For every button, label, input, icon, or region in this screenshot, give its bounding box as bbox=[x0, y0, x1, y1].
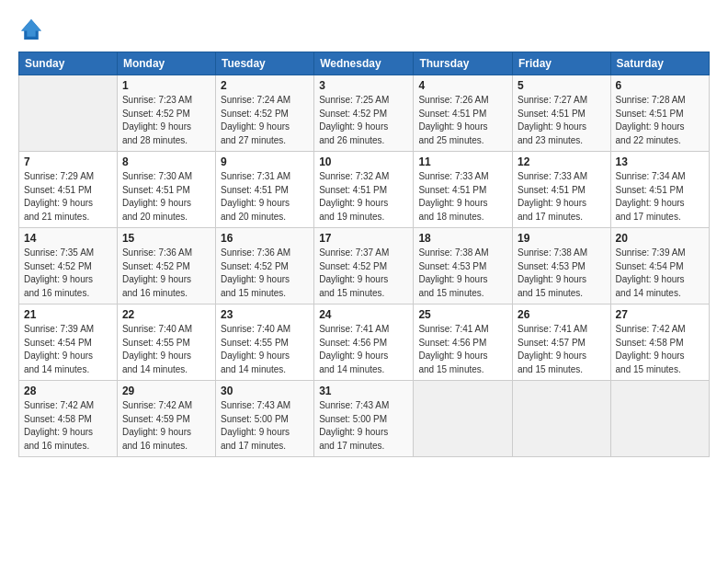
day-info: Sunrise: 7:42 AM Sunset: 4:59 PM Dayligh… bbox=[122, 399, 210, 453]
day-cell: 2Sunrise: 7:24 AM Sunset: 4:52 PM Daylig… bbox=[215, 75, 313, 152]
day-info: Sunrise: 7:30 AM Sunset: 4:51 PM Dayligh… bbox=[122, 170, 210, 224]
day-info: Sunrise: 7:37 AM Sunset: 4:52 PM Dayligh… bbox=[319, 247, 408, 300]
day-number: 28 bbox=[24, 385, 112, 397]
day-info: Sunrise: 7:41 AM Sunset: 4:56 PM Dayligh… bbox=[418, 323, 507, 376]
day-number: 29 bbox=[122, 385, 210, 397]
day-info: Sunrise: 7:35 AM Sunset: 4:52 PM Dayligh… bbox=[24, 247, 112, 300]
logo bbox=[18, 17, 48, 42]
day-info: Sunrise: 7:42 AM Sunset: 4:58 PM Dayligh… bbox=[616, 323, 704, 376]
day-info: Sunrise: 7:31 AM Sunset: 4:51 PM Dayligh… bbox=[221, 170, 309, 224]
day-cell: 31Sunrise: 7:43 AM Sunset: 5:00 PM Dayli… bbox=[314, 381, 414, 457]
day-info: Sunrise: 7:33 AM Sunset: 4:51 PM Dayligh… bbox=[518, 170, 606, 224]
day-number: 14 bbox=[24, 232, 112, 245]
calendar: SundayMondayTuesdayWednesdayThursdayFrid… bbox=[18, 52, 710, 457]
header bbox=[18, 17, 710, 42]
day-number: 9 bbox=[221, 155, 309, 168]
day-number: 26 bbox=[518, 308, 606, 321]
day-cell: 9Sunrise: 7:31 AM Sunset: 4:51 PM Daylig… bbox=[215, 152, 313, 228]
day-number: 22 bbox=[122, 308, 210, 321]
day-info: Sunrise: 7:42 AM Sunset: 4:58 PM Dayligh… bbox=[24, 399, 112, 453]
day-info: Sunrise: 7:28 AM Sunset: 4:51 PM Dayligh… bbox=[616, 94, 704, 147]
day-number: 23 bbox=[221, 308, 309, 321]
day-number: 8 bbox=[122, 155, 210, 168]
day-cell: 11Sunrise: 7:33 AM Sunset: 4:51 PM Dayli… bbox=[414, 152, 513, 228]
day-info: Sunrise: 7:39 AM Sunset: 4:54 PM Dayligh… bbox=[24, 323, 112, 376]
header-day-saturday: Saturday bbox=[610, 52, 709, 75]
header-day-thursday: Thursday bbox=[414, 52, 513, 75]
day-number: 18 bbox=[418, 232, 507, 245]
day-cell: 28Sunrise: 7:42 AM Sunset: 4:58 PM Dayli… bbox=[19, 381, 118, 457]
day-cell: 27Sunrise: 7:42 AM Sunset: 4:58 PM Dayli… bbox=[610, 304, 709, 381]
day-cell: 19Sunrise: 7:38 AM Sunset: 4:53 PM Dayli… bbox=[512, 228, 610, 304]
day-info: Sunrise: 7:24 AM Sunset: 4:52 PM Dayligh… bbox=[221, 94, 309, 147]
day-cell: 15Sunrise: 7:36 AM Sunset: 4:52 PM Dayli… bbox=[117, 228, 215, 304]
day-number: 1 bbox=[122, 79, 210, 92]
week-row-5: 28Sunrise: 7:42 AM Sunset: 4:58 PM Dayli… bbox=[19, 381, 710, 457]
day-number: 5 bbox=[518, 79, 606, 92]
day-cell: 18Sunrise: 7:38 AM Sunset: 4:53 PM Dayli… bbox=[414, 228, 513, 304]
day-number: 19 bbox=[518, 232, 606, 245]
day-number: 6 bbox=[616, 79, 704, 92]
week-row-2: 7Sunrise: 7:29 AM Sunset: 4:51 PM Daylig… bbox=[19, 152, 710, 228]
day-cell: 24Sunrise: 7:41 AM Sunset: 4:56 PM Dayli… bbox=[314, 304, 414, 381]
day-cell bbox=[512, 381, 610, 457]
day-info: Sunrise: 7:27 AM Sunset: 4:51 PM Dayligh… bbox=[518, 94, 606, 147]
header-day-tuesday: Tuesday bbox=[215, 52, 313, 75]
day-cell: 8Sunrise: 7:30 AM Sunset: 4:51 PM Daylig… bbox=[117, 152, 215, 228]
day-cell bbox=[19, 75, 118, 152]
week-row-4: 21Sunrise: 7:39 AM Sunset: 4:54 PM Dayli… bbox=[19, 304, 710, 381]
day-cell: 29Sunrise: 7:42 AM Sunset: 4:59 PM Dayli… bbox=[117, 381, 215, 457]
week-row-1: 1Sunrise: 7:23 AM Sunset: 4:52 PM Daylig… bbox=[19, 75, 710, 152]
day-cell: 22Sunrise: 7:40 AM Sunset: 4:55 PM Dayli… bbox=[117, 304, 215, 381]
day-cell: 5Sunrise: 7:27 AM Sunset: 4:51 PM Daylig… bbox=[512, 75, 610, 152]
calendar-header-row: SundayMondayTuesdayWednesdayThursdayFrid… bbox=[19, 52, 710, 75]
day-cell bbox=[414, 381, 513, 457]
day-info: Sunrise: 7:33 AM Sunset: 4:51 PM Dayligh… bbox=[418, 170, 507, 224]
day-cell: 23Sunrise: 7:40 AM Sunset: 4:55 PM Dayli… bbox=[215, 304, 313, 381]
day-info: Sunrise: 7:40 AM Sunset: 4:55 PM Dayligh… bbox=[122, 323, 210, 376]
day-info: Sunrise: 7:40 AM Sunset: 4:55 PM Dayligh… bbox=[221, 323, 309, 376]
day-cell: 1Sunrise: 7:23 AM Sunset: 4:52 PM Daylig… bbox=[117, 75, 215, 152]
day-cell: 4Sunrise: 7:26 AM Sunset: 4:51 PM Daylig… bbox=[414, 75, 513, 152]
header-day-friday: Friday bbox=[512, 52, 610, 75]
day-number: 25 bbox=[418, 308, 507, 321]
day-cell: 6Sunrise: 7:28 AM Sunset: 4:51 PM Daylig… bbox=[610, 75, 709, 152]
day-info: Sunrise: 7:25 AM Sunset: 4:52 PM Dayligh… bbox=[319, 94, 408, 147]
day-info: Sunrise: 7:34 AM Sunset: 4:51 PM Dayligh… bbox=[616, 170, 704, 224]
day-cell: 7Sunrise: 7:29 AM Sunset: 4:51 PM Daylig… bbox=[19, 152, 118, 228]
day-info: Sunrise: 7:43 AM Sunset: 5:00 PM Dayligh… bbox=[319, 399, 408, 453]
day-info: Sunrise: 7:36 AM Sunset: 4:52 PM Dayligh… bbox=[221, 247, 309, 300]
day-info: Sunrise: 7:41 AM Sunset: 4:56 PM Dayligh… bbox=[319, 323, 408, 376]
day-number: 13 bbox=[616, 155, 704, 168]
day-info: Sunrise: 7:23 AM Sunset: 4:52 PM Dayligh… bbox=[122, 94, 210, 147]
day-cell: 21Sunrise: 7:39 AM Sunset: 4:54 PM Dayli… bbox=[19, 304, 118, 381]
day-number: 20 bbox=[616, 232, 704, 245]
header-day-sunday: Sunday bbox=[19, 52, 118, 75]
day-info: Sunrise: 7:29 AM Sunset: 4:51 PM Dayligh… bbox=[24, 170, 112, 224]
day-cell: 3Sunrise: 7:25 AM Sunset: 4:52 PM Daylig… bbox=[314, 75, 414, 152]
day-number: 7 bbox=[24, 155, 112, 168]
header-day-monday: Monday bbox=[117, 52, 215, 75]
day-cell: 10Sunrise: 7:32 AM Sunset: 4:51 PM Dayli… bbox=[314, 152, 414, 228]
day-number: 31 bbox=[319, 385, 408, 397]
header-day-wednesday: Wednesday bbox=[314, 52, 414, 75]
day-cell: 16Sunrise: 7:36 AM Sunset: 4:52 PM Dayli… bbox=[215, 228, 313, 304]
day-number: 17 bbox=[319, 232, 408, 245]
day-cell: 12Sunrise: 7:33 AM Sunset: 4:51 PM Dayli… bbox=[512, 152, 610, 228]
day-info: Sunrise: 7:26 AM Sunset: 4:51 PM Dayligh… bbox=[418, 94, 507, 147]
day-info: Sunrise: 7:36 AM Sunset: 4:52 PM Dayligh… bbox=[122, 247, 210, 300]
day-number: 11 bbox=[418, 155, 507, 168]
day-number: 10 bbox=[319, 155, 408, 168]
day-number: 15 bbox=[122, 232, 210, 245]
day-number: 3 bbox=[319, 79, 408, 92]
day-number: 24 bbox=[319, 308, 408, 321]
day-info: Sunrise: 7:32 AM Sunset: 4:51 PM Dayligh… bbox=[319, 170, 408, 224]
logo-icon bbox=[18, 17, 44, 42]
day-info: Sunrise: 7:43 AM Sunset: 5:00 PM Dayligh… bbox=[221, 399, 309, 453]
day-number: 30 bbox=[221, 385, 309, 397]
week-row-3: 14Sunrise: 7:35 AM Sunset: 4:52 PM Dayli… bbox=[19, 228, 710, 304]
day-number: 4 bbox=[418, 79, 507, 92]
day-number: 16 bbox=[221, 232, 309, 245]
day-cell: 25Sunrise: 7:41 AM Sunset: 4:56 PM Dayli… bbox=[414, 304, 513, 381]
day-info: Sunrise: 7:39 AM Sunset: 4:54 PM Dayligh… bbox=[616, 247, 704, 300]
